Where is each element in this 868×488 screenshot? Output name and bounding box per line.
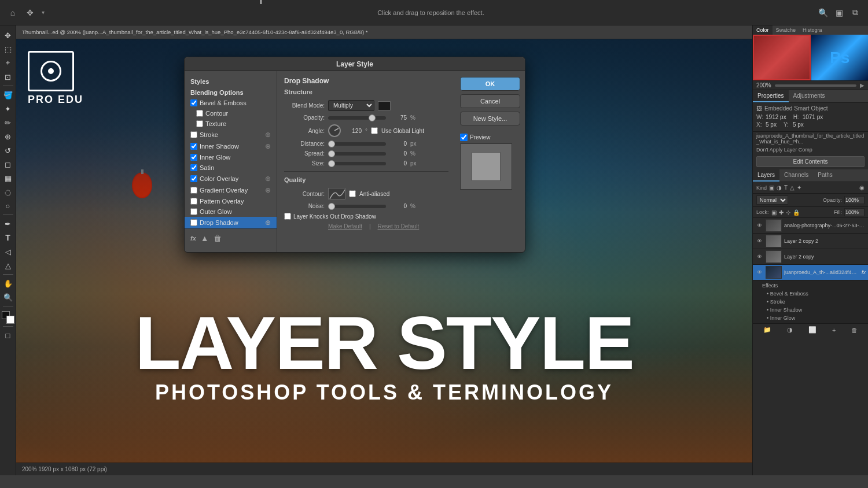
style-contour[interactable]: Contour bbox=[185, 108, 277, 119]
clone-tool[interactable]: ⊕ bbox=[2, 130, 14, 143]
make-default-link[interactable]: Make Default bbox=[328, 223, 362, 230]
paths-tab[interactable]: Paths bbox=[813, 169, 837, 182]
layer-row-2[interactable]: 👁 Layer 2 copy 2 bbox=[753, 234, 868, 249]
style-inner-shadow[interactable]: Inner Shadow ⊕ bbox=[185, 141, 277, 152]
reset-default-link[interactable]: Reset to Default bbox=[378, 223, 420, 230]
bevel-emboss-checkbox[interactable] bbox=[190, 99, 197, 106]
brush-tool[interactable]: ✏ bbox=[2, 116, 14, 129]
filter-type-icon[interactable]: ▣ bbox=[769, 184, 774, 191]
channels-tab[interactable]: Channels bbox=[779, 169, 813, 182]
eraser-tool[interactable]: ◻ bbox=[2, 158, 14, 171]
dodge-tool[interactable]: ○ bbox=[2, 199, 14, 212]
layer-row-3[interactable]: 👁 Layer 2 copy bbox=[753, 249, 868, 265]
layers-tab[interactable]: Layers bbox=[753, 169, 779, 182]
eye-icon-3[interactable]: 👁 bbox=[755, 253, 763, 261]
contour-thumbnail[interactable] bbox=[328, 188, 345, 199]
properties-tab[interactable]: Properties bbox=[753, 90, 789, 102]
home-icon[interactable]: ⌂ bbox=[7, 7, 19, 19]
layer-row-1[interactable]: 👁 analog-photography-...05-27-53-utc cop… bbox=[753, 218, 868, 234]
eyedropper-tool[interactable]: 🪣 bbox=[2, 88, 14, 101]
hand-tool[interactable]: ✋ bbox=[2, 277, 14, 290]
arrange-icon[interactable]: ⧉ bbox=[849, 7, 861, 19]
new-adjustment-icon[interactable]: ◑ bbox=[787, 326, 793, 334]
style-outer-glow[interactable]: Outer Glow bbox=[185, 206, 277, 217]
layer-knocks-checkbox[interactable] bbox=[284, 213, 291, 220]
filter-smart-icon[interactable]: ✦ bbox=[797, 184, 801, 191]
search-icon[interactable]: 🔍 bbox=[817, 7, 829, 19]
color-tab[interactable]: Color bbox=[753, 25, 773, 35]
style-color-overlay[interactable]: Color Overlay ⊕ bbox=[185, 173, 277, 184]
zoom-slider[interactable] bbox=[775, 84, 856, 87]
lock-position-icon[interactable]: ✚ bbox=[779, 209, 784, 216]
lock-all-icon[interactable]: 🔒 bbox=[793, 209, 800, 216]
style-pattern-overlay[interactable]: Pattern Overlay bbox=[185, 196, 277, 206]
drop-shadow-plus-icon[interactable]: ⊕ bbox=[265, 219, 271, 227]
style-gradient-overlay[interactable]: Gradient Overlay ⊕ bbox=[185, 184, 277, 196]
ok-button[interactable]: OK bbox=[460, 77, 520, 91]
opacity-slider[interactable] bbox=[328, 116, 386, 120]
blending-options-item[interactable]: Blending Options bbox=[185, 87, 277, 98]
add-mask-icon[interactable]: ⬜ bbox=[808, 326, 816, 334]
add-style-icon[interactable]: ▲ bbox=[201, 234, 209, 243]
histogram-tab[interactable]: Histogra bbox=[799, 25, 826, 35]
eye-icon-4[interactable]: 👁 bbox=[755, 268, 763, 276]
distance-slider[interactable] bbox=[328, 142, 386, 146]
gradient-overlay-checkbox[interactable] bbox=[190, 187, 197, 194]
filter-active-icon[interactable]: ◉ bbox=[859, 184, 865, 191]
style-stroke[interactable]: Stroke ⊕ bbox=[185, 129, 277, 141]
cancel-button[interactable]: Cancel bbox=[460, 94, 520, 108]
blend-mode-select[interactable]: Multiply bbox=[328, 100, 374, 111]
gradient-overlay-plus-icon[interactable]: ⊕ bbox=[265, 186, 271, 194]
history-brush[interactable]: ↺ bbox=[2, 144, 14, 157]
style-texture[interactable]: Texture bbox=[185, 119, 277, 129]
delete-layer-icon[interactable]: 🗑 bbox=[851, 327, 858, 334]
new-group-icon[interactable]: 📁 bbox=[763, 326, 771, 334]
filter-adj-icon[interactable]: ◑ bbox=[777, 184, 782, 191]
layer-style-dialog[interactable]: Layer Style Styles Blending Options bbox=[184, 57, 525, 253]
blend-color-swatch[interactable] bbox=[378, 101, 391, 110]
swatches-tab[interactable]: Swatche bbox=[773, 25, 800, 35]
noise-slider[interactable] bbox=[328, 205, 386, 208]
select-tool[interactable]: ⬚ bbox=[2, 43, 14, 56]
crop-tool[interactable]: ⊡ bbox=[2, 71, 14, 83]
anti-aliased-checkbox[interactable] bbox=[349, 190, 356, 197]
zoom-tool[interactable]: 🔍 bbox=[2, 291, 14, 304]
delete-style-icon[interactable]: 🗑 bbox=[214, 234, 222, 243]
size-slider[interactable] bbox=[328, 162, 386, 165]
opacity-input[interactable] bbox=[844, 196, 865, 204]
preview-checkbox[interactable] bbox=[460, 134, 468, 141]
style-drop-shadow[interactable]: Drop Shadow ⊕ bbox=[185, 217, 277, 228]
filter-shape-icon[interactable]: △ bbox=[790, 184, 795, 191]
move-tool-icon[interactable]: ✥ bbox=[24, 7, 36, 19]
new-style-button[interactable]: New Style... bbox=[460, 112, 520, 125]
lock-artboard-icon[interactable]: ⊹ bbox=[786, 209, 790, 216]
adjustments-tab[interactable]: Adjustments bbox=[789, 90, 830, 102]
blur-tool[interactable]: ◌ bbox=[2, 186, 14, 198]
workspace-icon[interactable]: ▣ bbox=[833, 7, 845, 19]
lasso-tool[interactable]: ⌖ bbox=[2, 57, 14, 69]
angle-dial[interactable] bbox=[328, 124, 341, 137]
fx-icon[interactable]: fx bbox=[190, 235, 196, 242]
gradient-tool[interactable]: ▦ bbox=[2, 172, 14, 184]
color-overlay-plus-icon[interactable]: ⊕ bbox=[265, 175, 271, 183]
pen-tool[interactable]: ✒ bbox=[2, 217, 14, 230]
doc-tab-name[interactable]: Thumbnail...ed @ 200% (juanp...A_thumbna… bbox=[22, 29, 367, 35]
shape-tool[interactable]: △ bbox=[2, 259, 14, 272]
inner-glow-checkbox[interactable] bbox=[190, 154, 197, 161]
color-swatches[interactable] bbox=[2, 311, 14, 324]
color-overlay-checkbox[interactable] bbox=[190, 175, 197, 182]
eye-icon-2[interactable]: 👁 bbox=[755, 237, 763, 245]
type-tool[interactable]: T bbox=[2, 231, 14, 244]
inner-shadow-checkbox[interactable] bbox=[190, 143, 197, 150]
style-satin[interactable]: Satin bbox=[185, 162, 277, 173]
eye-icon-1[interactable]: 👁 bbox=[755, 221, 763, 230]
stroke-checkbox[interactable] bbox=[190, 131, 197, 138]
edit-contents-button[interactable]: Edit Contents bbox=[756, 156, 865, 167]
layer-row-4[interactable]: 👁 juanproedu_A_th-...a8d324f494e3_0 fx bbox=[753, 265, 868, 280]
drop-shadow-checkbox[interactable] bbox=[190, 219, 197, 226]
style-bevel-emboss[interactable]: Bevel & Emboss bbox=[185, 98, 277, 108]
new-layer-icon[interactable]: + bbox=[832, 327, 836, 334]
move-tool[interactable]: ✥ bbox=[2, 29, 14, 42]
lock-pixels-icon[interactable]: ▣ bbox=[771, 209, 777, 216]
outer-glow-checkbox[interactable] bbox=[190, 208, 197, 215]
